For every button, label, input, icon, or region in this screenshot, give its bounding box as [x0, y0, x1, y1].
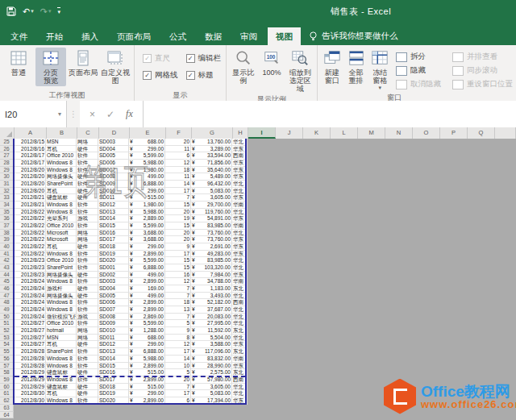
cell-category[interactable]: 硬件 — [77, 390, 98, 397]
cell-product[interactable]: Office 2010 — [46, 320, 77, 327]
checkbox-gridlines[interactable]: ✓网格线 — [143, 70, 178, 81]
row-header-42[interactable]: 42 — [0, 257, 14, 264]
cell-date[interactable]: 2012/8/27 — [14, 320, 46, 327]
cell-product[interactable]: 网络摄像头 — [46, 293, 77, 300]
select-all-corner[interactable] — [0, 127, 15, 139]
cell-product[interactable]: Windows 8 — [46, 160, 77, 167]
cell-code[interactable]: SD020 — [98, 397, 129, 405]
cell-amount[interactable]: ¥119,760.00 — [191, 209, 232, 216]
cell-category[interactable]: 软件 — [77, 363, 98, 370]
cell-code[interactable]: SD007 — [98, 167, 129, 174]
cell-region[interactable]: 华东 — [232, 397, 248, 405]
cell-date[interactable]: 2012/8/15 — [14, 139, 46, 146]
undo-button[interactable]: ↶▾ — [23, 6, 34, 17]
cell-date[interactable]: 2012/8/29 — [14, 376, 46, 384]
cell-amount[interactable]: ¥52,182.00 — [191, 299, 232, 306]
row-header-52[interactable]: 52 — [0, 327, 14, 335]
cell-unit-price[interactable]: ¥5,988.00 — [129, 209, 165, 216]
cell-unit-price[interactable]: ¥6,888.00 — [129, 264, 165, 272]
arrange-all-button[interactable]: 全部重排 — [345, 48, 368, 86]
cell-amount[interactable]: ¥28,990.00 — [191, 363, 232, 370]
cell-amount[interactable]: ¥3,289.00 — [191, 146, 232, 153]
cell-date[interactable]: 2012/8/24 — [14, 314, 46, 321]
tab-data[interactable]: 数据 — [197, 27, 230, 45]
cell-region[interactable]: 华东 — [232, 341, 248, 348]
tell-me-box[interactable]: 告诉我你想要做什么 — [309, 27, 398, 45]
cell-category[interactable]: 软件 — [77, 299, 98, 306]
cell-code[interactable]: SD002 — [98, 272, 129, 279]
cell-amount[interactable]: ¥34,788.00 — [191, 278, 232, 285]
customize-qat-caret[interactable]: ▾ — [57, 7, 60, 15]
cell-region[interactable]: 华东 — [232, 272, 248, 279]
cell-date[interactable]: 2012/8/29 — [14, 384, 46, 391]
cell-quantity[interactable]: 14 — [165, 181, 191, 188]
row-header-63[interactable]: 63 — [0, 405, 14, 412]
cell-unit-price[interactable]: ¥2,899.00 — [129, 397, 165, 405]
cell-product[interactable]: Windows 8 — [46, 363, 77, 370]
cell-unit-price[interactable]: ¥1,980.00 — [129, 202, 165, 209]
cell-region[interactable]: 华北 — [232, 293, 248, 300]
cell-date[interactable]: 2012/8/20 — [14, 167, 46, 174]
cell-region[interactable]: 华北 — [232, 209, 248, 216]
cell-date[interactable]: 2012/8/20 — [14, 188, 46, 195]
row-header-46[interactable]: 46 — [0, 285, 14, 293]
column-header-A[interactable]: A — [15, 127, 47, 139]
row-header-31[interactable]: 31 — [0, 181, 14, 188]
cell-quantity[interactable]: 17 — [165, 348, 191, 356]
cell-amount[interactable]: ¥103,320.00 — [191, 264, 232, 272]
cell-quantity[interactable]: 12 — [165, 278, 191, 285]
cell-date[interactable]: 2012/8/22 — [14, 230, 46, 237]
cell-region[interactable]: 西南 — [232, 299, 248, 306]
cell-category[interactable]: 网络 — [77, 327, 98, 335]
cell-date[interactable]: 2012/8/20 — [14, 181, 46, 188]
cell-unit-price[interactable]: ¥2,869.00 — [129, 314, 165, 321]
cell-product[interactable]: MSN — [46, 335, 77, 342]
row-header-55[interactable]: 55 — [0, 348, 14, 356]
row-header-64[interactable]: 64 — [0, 412, 14, 419]
cell-unit-price[interactable]: ¥515.00 — [129, 194, 165, 202]
cell-code[interactable]: SD016 — [98, 230, 129, 237]
cell-quantity[interactable]: 9 — [165, 243, 191, 251]
cell-region[interactable]: 华北 — [232, 264, 248, 272]
cell-amount[interactable]: ¥3,493.00 — [191, 293, 232, 300]
cell-product[interactable]: 键盘鼠标 — [46, 369, 77, 376]
cell-unit-price[interactable]: ¥299.00 — [129, 243, 165, 251]
cell-unit-price[interactable]: ¥5,599.00 — [129, 257, 165, 264]
row-header-36[interactable]: 36 — [0, 215, 14, 222]
custom-views-button[interactable]: 自定义视图 — [100, 48, 131, 86]
cell-quantity[interactable]: 6 — [165, 397, 191, 405]
cell-region[interactable]: 华东 — [232, 160, 248, 167]
formula-bar-checkbox-icon[interactable]: ✓ — [186, 54, 195, 63]
cell-unit-price[interactable]: ¥515.00 — [129, 369, 165, 376]
cancel-icon[interactable]: × — [89, 109, 95, 120]
row-header-54[interactable]: 54 — [0, 341, 14, 348]
cell-product[interactable]: Office 2010 — [46, 257, 77, 264]
cell-quantity[interactable]: 11 — [165, 146, 191, 153]
cell-region[interactable]: 华东 — [232, 236, 248, 243]
cell-code[interactable]: SD013 — [98, 348, 129, 356]
cell-code[interactable]: SD006 — [98, 160, 129, 167]
cell-unit-price[interactable]: ¥299.00 — [129, 390, 165, 397]
cell-product[interactable]: Microsoft — [46, 230, 77, 237]
split-button[interactable]: 拆分 — [396, 52, 441, 62]
row-header-34[interactable]: 34 — [0, 202, 14, 209]
row-header-37[interactable]: 37 — [0, 222, 14, 230]
cell-category[interactable]: 硬件 — [77, 146, 98, 153]
cell-amount[interactable]: ¥5,083.00 — [191, 188, 232, 195]
cell-region[interactable]: 华东 — [232, 173, 248, 181]
cell-unit-price[interactable]: ¥499.00 — [129, 293, 165, 300]
cell-unit-price[interactable]: ¥169.00 — [129, 285, 165, 293]
cell-code[interactable]: SD018 — [98, 243, 129, 251]
cell-amount[interactable]: ¥2,575.00 — [191, 369, 232, 376]
cell-category[interactable]: 网络 — [77, 230, 98, 237]
column-header-P[interactable]: P — [440, 127, 468, 139]
cell-product[interactable]: Windows 8 — [46, 202, 77, 209]
row-header-27[interactable]: 27 — [0, 152, 14, 160]
cell-category[interactable]: 硬件 — [77, 272, 98, 279]
ruler-checkbox-icon[interactable]: ✓ — [143, 54, 152, 63]
cell-product[interactable]: 耳机 — [46, 243, 77, 251]
cell-product[interactable]: Windows 8 — [46, 167, 77, 174]
formula-input[interactable] — [144, 101, 516, 127]
cell-quantity[interactable]: 15 — [165, 264, 191, 272]
tab-home[interactable]: 开始 — [38, 27, 71, 45]
